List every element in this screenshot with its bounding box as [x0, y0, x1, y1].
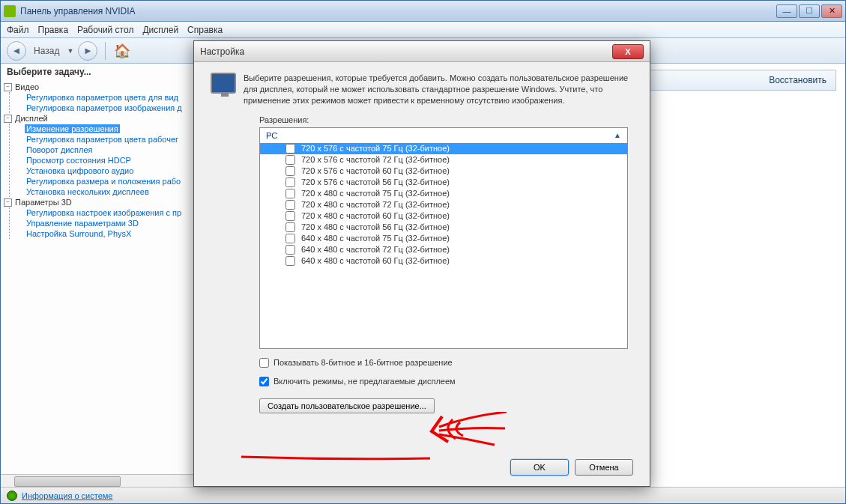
menu-file[interactable]: Файл: [7, 25, 29, 35]
resolution-item[interactable]: 720 x 480 с частотой 56 Гц (32-битное): [260, 222, 627, 233]
resolution-checkbox[interactable]: [285, 245, 295, 255]
resolution-checkbox[interactable]: [285, 189, 295, 198]
resolution-item[interactable]: 720 x 576 с частотой 60 Гц (32-битное): [260, 166, 627, 177]
resolution-item[interactable]: 720 x 576 с частотой 72 Гц (32-битное): [260, 154, 627, 166]
tree-link-digital-audio[interactable]: Установка цифрового аудио: [25, 166, 135, 175]
resolution-label: 720 x 480 с частотой 56 Гц (32-битное): [301, 222, 450, 231]
menu-bar: Файл Правка Рабочий стол Дисплей Справка: [1, 22, 845, 38]
window-title: Панель управления NVIDIA: [20, 6, 776, 16]
resolution-checkbox[interactable]: [285, 166, 295, 176]
minimize-button[interactable]: —: [776, 4, 797, 18]
show-8-16-bit-input[interactable]: [259, 358, 269, 368]
resolution-list[interactable]: PC ▲ 720 x 576 с частотой 75 Гц (32-битн…: [259, 127, 628, 349]
resolution-item[interactable]: 720 x 576 с частотой 56 Гц (32-битное): [260, 177, 627, 188]
resolution-item[interactable]: 640 x 480 с частотой 60 Гц (32-битное): [260, 255, 627, 267]
dialog-button-row: OK Отмена: [510, 459, 633, 476]
resolution-item[interactable]: 720 x 576 с частотой 75 Гц (32-битное): [260, 143, 627, 154]
resolution-item[interactable]: 640 x 480 с частотой 75 Гц (32-битное): [260, 233, 627, 244]
collapse-icon[interactable]: −: [4, 115, 12, 123]
tree-group-display[interactable]: − Дисплей: [4, 113, 190, 124]
tree-link-video-image[interactable]: Регулировка параметров изображения д: [25, 103, 184, 112]
resolution-label: 720 x 576 с частотой 72 Гц (32-битное): [301, 155, 450, 164]
tree-link-hdcp-status[interactable]: Просмотр состояния HDCP: [25, 156, 133, 165]
back-label: Назад: [34, 46, 59, 56]
maximize-button[interactable]: ☐: [799, 4, 820, 18]
tree-link-desktop-color[interactable]: Регулировка параметров цвета рабочег: [25, 135, 180, 144]
dialog-body: Выберите разрешения, которые требуется д…: [194, 62, 650, 424]
resolution-label: 720 x 576 с частотой 60 Гц (32-битное): [301, 166, 450, 175]
show-8-16-bit-checkbox[interactable]: Показывать 8-битное и 16-битное разрешен…: [259, 358, 633, 368]
tree-group-video[interactable]: − Видео: [4, 82, 190, 92]
sidebar-header: Выберите задачу...: [1, 64, 193, 80]
resolution-label: 720 x 576 с частотой 75 Гц (32-битное): [301, 144, 450, 153]
tree-link-video-color[interactable]: Регулировка параметров цвета для вид: [25, 93, 180, 102]
forward-button[interactable]: ►: [78, 41, 97, 61]
task-tree: − Видео Регулировка параметров цвета для…: [1, 80, 193, 474]
close-button[interactable]: ✕: [821, 4, 842, 18]
menu-desktop[interactable]: Рабочий стол: [77, 25, 133, 35]
status-bar: Информация о системе: [1, 487, 845, 503]
resolution-label: 720 x 480 с частотой 72 Гц (32-битное): [301, 200, 450, 209]
home-icon[interactable]: 🏠: [113, 42, 131, 60]
back-dropdown-icon[interactable]: ▼: [67, 47, 73, 55]
resolution-checkbox[interactable]: [285, 256, 295, 266]
nav-separator: [105, 42, 106, 60]
resolution-checkbox[interactable]: [285, 200, 295, 210]
resolution-checkbox[interactable]: [285, 177, 295, 187]
collapse-icon[interactable]: −: [4, 198, 12, 207]
resolution-checkbox[interactable]: [285, 144, 295, 154]
dialog-title: Настройка: [200, 46, 612, 57]
back-button[interactable]: ◄: [7, 41, 26, 61]
title-bar: Панель управления NVIDIA — ☐ ✕: [1, 1, 845, 22]
resolution-item[interactable]: 720 x 480 с частотой 72 Гц (32-битное): [260, 199, 627, 210]
resolution-group-pc[interactable]: PC ▲: [260, 128, 627, 143]
cancel-button[interactable]: Отмена: [575, 459, 633, 476]
menu-display[interactable]: Дисплей: [142, 25, 178, 35]
resolution-checkbox[interactable]: [285, 222, 295, 232]
tree-link-3d-image[interactable]: Регулировка настроек изображения с пр: [25, 208, 183, 217]
collapse-arrow-icon[interactable]: ▲: [614, 131, 621, 139]
sidebar: Выберите задачу... − Видео Регулировка п…: [1, 64, 194, 487]
resolution-item[interactable]: 720 x 480 с частотой 75 Гц (32-битное): [260, 188, 627, 199]
resolution-checkbox[interactable]: [285, 155, 295, 165]
system-info-link[interactable]: Информация о системе: [22, 491, 112, 500]
include-modes-input[interactable]: [259, 377, 269, 386]
create-custom-resolution-button[interactable]: Создать пользовательское разрешение...: [259, 398, 435, 413]
window-controls: — ☐ ✕: [776, 4, 842, 18]
resolution-label: 720 x 480 с частотой 75 Гц (32-битное): [301, 189, 450, 198]
tree-group-3d[interactable]: − Параметры 3D: [4, 197, 190, 207]
tree-link-rotate-display[interactable]: Поворот дисплея: [25, 145, 94, 154]
resolution-label: 720 x 576 с частотой 56 Гц (32-битное): [301, 177, 450, 186]
dialog-close-button[interactable]: X: [612, 44, 644, 59]
tree-link-change-resolution[interactable]: Изменение разрешения: [25, 124, 120, 133]
menu-help[interactable]: Справка: [187, 25, 223, 35]
resolution-checkbox[interactable]: [285, 211, 295, 221]
dialog-title-bar: Настройка X: [194, 41, 650, 62]
tree-link-size-position[interactable]: Регулировка размера и положения рабо: [25, 177, 182, 186]
resolution-label: 640 x 480 с частотой 72 Гц (32-битное): [301, 245, 450, 254]
settings-dialog: Настройка X Выберите разрешения, которые…: [193, 40, 650, 487]
dialog-intro-text: Выберите разрешения, которые требуется д…: [244, 73, 633, 106]
sidebar-hscrollbar[interactable]: [1, 474, 193, 487]
tree-link-3d-params[interactable]: Управление параметрами 3D: [25, 219, 140, 228]
resolution-checkbox[interactable]: [285, 234, 295, 243]
collapse-icon[interactable]: −: [4, 83, 12, 91]
tree-link-surround-physx[interactable]: Настройка Surround, PhysX: [25, 229, 133, 238]
include-modes-checkbox[interactable]: Включить режимы, не предлагаемые дисплее…: [259, 377, 633, 386]
nvidia-icon: [4, 5, 16, 17]
resolution-label: 640 x 480 с частотой 75 Гц (32-битное): [301, 234, 450, 243]
resolution-label: 640 x 480 с частотой 60 Гц (32-битное): [301, 256, 450, 265]
info-icon: [7, 491, 17, 501]
resolution-item[interactable]: 720 x 480 с частотой 60 Гц (32-битное): [260, 210, 627, 222]
tree-link-multi-display[interactable]: Установка нескольких дисплеев: [25, 187, 151, 196]
monitor-icon: [211, 73, 236, 94]
resolutions-label: Разрешения:: [259, 115, 633, 124]
restore-link[interactable]: Восстановить: [769, 75, 827, 85]
menu-edit[interactable]: Правка: [38, 25, 69, 35]
resolution-label: 720 x 480 с частотой 60 Гц (32-битное): [301, 211, 450, 220]
ok-button[interactable]: OK: [510, 459, 569, 476]
resolution-item[interactable]: 640 x 480 с частотой 72 Гц (32-битное): [260, 244, 627, 255]
